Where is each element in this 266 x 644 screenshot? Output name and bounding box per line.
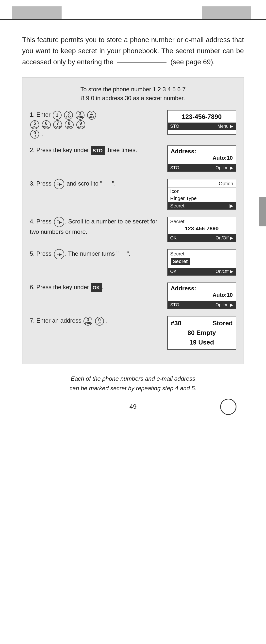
screen-7-row3: 19 Used [171,338,233,347]
key-3def-7: 3DEF [84,317,92,326]
key-7pqrs: 7PQRS [53,120,62,129]
step-4-text: 4. Press F▶. Scroll to a number to be se… [30,217,167,236]
sto-badge: STO [91,146,105,155]
step-1-row: 1. Enter 1 2ABC 3DEF 4GHI 5JKL 6MNO 7PQR… [30,110,236,138]
screen-2-sk-right: Option ▶ [215,165,233,170]
screen-7-stored: #30 Stored 80 Empty 19 Used [168,316,236,349]
screen-5-sk-right: On/Off ▶ [215,269,233,274]
screen-7-row1: #30 Stored [171,318,233,328]
page-number-text: 49 [130,403,137,410]
intro-paragraph: This feature permits you to store a phon… [22,34,244,68]
screen-1-softkeys: STO Menu ▶ [168,122,236,130]
screen-2-address-label: Address: [171,148,196,155]
screen-3-item-ringer: Ringer Type [168,195,236,202]
intro-text-part2: (see page 69). [170,58,215,66]
step-6-screen: Address: __ Auto:10 STO Option ▶ [167,282,236,309]
step-3-text: 3. Press F▶ and scroll to " ". [30,179,167,189]
step-2-text: 2. Press the key under STO three times. [30,146,167,155]
screen-7-used: 19 Used [189,338,214,346]
step-2-screen: Address: __ Auto:10 STO Option ▶ [167,146,236,172]
page-number-container: 49 [22,403,244,410]
step-2-row: 2. Press the key under STO three times. … [30,146,236,172]
step-4-row: 4. Press F▶. Scroll to a number to be se… [30,217,236,242]
screen-2-address-val: __ [226,148,233,155]
ok-badge: OK [91,283,102,292]
fn-key-4: F▶ [54,217,64,227]
screen-5-secret-badge: Secret [171,258,190,265]
key-3def: 3DEF [76,111,85,120]
instruction-header: To store the phone number 1 2 3 4 5 6 7 … [30,85,236,102]
screen-5-sk-left: OK [170,269,177,274]
side-tab [259,197,266,226]
instruction-box: To store the phone number 1 2 3 4 5 6 7 … [22,77,244,364]
screen-1-sk-right: Menu ▶ [217,124,233,129]
screen-3-option-header: Option [168,180,236,188]
screen-3-item-secret: Secret ▶ [168,202,236,210]
header-bar [0,0,266,20]
step-5-row: 5. Press F▶. The number turns " ". Secre… [30,249,236,276]
screen-5-badge-area: Secret [168,257,236,267]
page-container: This feature permits you to store a phon… [0,0,266,644]
screen-6-address-val: __ [226,285,233,292]
key-2abc: 2ABC [64,111,73,120]
step-6-text: 6. Press the key under OK. [30,282,167,292]
footer-note: Each of the phone numbers and e-mail add… [22,374,244,393]
screen-6-sk-left: STO [170,302,179,308]
screen-4-header: Secret [168,217,236,225]
screen-6-address-label: Address: [171,285,196,292]
key-1: 1 [53,111,62,120]
screen-6-auto: Auto:10 [168,292,236,300]
screen-5-softkeys: OK On/Off ▶ [168,268,236,275]
main-content: This feature permits you to store a phon… [0,20,266,425]
screen-7-empty: 80 Empty [187,329,216,337]
step-6-row: 6. Press the key under OK. Address: __ A… [30,282,236,309]
step-3-screen: Option Icon Ringer Type Secret ▶ [167,179,236,210]
screen-5-header: Secret [168,250,236,257]
key-4ghi: 4GHI [87,111,96,120]
key-5jkl: 5JKL [30,120,39,129]
screen-7-stored: Stored [212,320,233,327]
screen-1-sk-left: STO [170,124,179,129]
fn-key-5: F▶ [54,249,64,259]
step-7-screen: #30 Stored 80 Empty 19 Used [167,316,236,350]
fn-key-3: F▶ [54,179,64,189]
screen-7-num: #30 [171,320,181,327]
screen-3-item-icon: Icon [168,188,236,195]
screen-2-softkeys: STO Option ▶ [168,164,236,172]
screen-4-sk-right: On/Off ▶ [215,235,233,241]
screen-2-sk-left: STO [170,165,179,170]
step-7-text: 7. Enter an address 3DEF 0↺ . [30,316,167,326]
header-tab-left [12,6,62,19]
instruction-line2: 8 9 0 in address 30 as a secret number. [81,95,185,102]
step-3-row: 3. Press F▶ and scroll to " ". Option Ic… [30,179,236,210]
screen-1-number: 123-456-7890 [168,110,236,122]
step-7-row: 7. Enter an address 3DEF 0↺ . #30 Stored… [30,316,236,350]
instruction-line1: To store the phone number 1 2 3 4 5 6 7 [81,86,186,92]
screen-6-sk-right: Option ▶ [215,302,233,308]
screen-6-softkeys: STO Option ▶ [168,301,236,308]
step-5-screen: Secret Secret OK On/Off ▶ [167,249,236,276]
screen-4-number: 123-456-7890 [168,225,236,233]
step-4-screen: Secret 123-456-7890 OK On/Off ▶ [167,217,236,242]
key-8tuv: 8TUV [65,120,74,129]
key-0-7: 0↺ [95,317,104,326]
screen-4-sk-left: OK [170,236,177,241]
step-5-text: 5. Press F▶. The number turns " ". [30,249,167,259]
placeholder-line [117,62,166,62]
screen-4-softkeys: OK On/Off ▶ [168,234,236,242]
header-tab-right [202,6,251,19]
screen-2-auto: Auto:10 [168,155,236,163]
footer-line2: can be marked secret by repeating step 4… [70,385,196,392]
step-1-screen: 123-456-7890 STO Menu ▶ [167,110,236,134]
screen-7-row2: 80 Empty [171,328,233,338]
step-1-text: 1. Enter 1 2ABC 3DEF 4GHI 5JKL 6MNO 7PQR… [30,110,167,138]
key-6mno: 6MNO [42,120,51,129]
footer-line1: Each of the phone numbers and e-mail add… [71,375,195,382]
key-0: 0↺ [30,130,39,138]
key-9wxyz: 9WXYZ [76,120,85,129]
